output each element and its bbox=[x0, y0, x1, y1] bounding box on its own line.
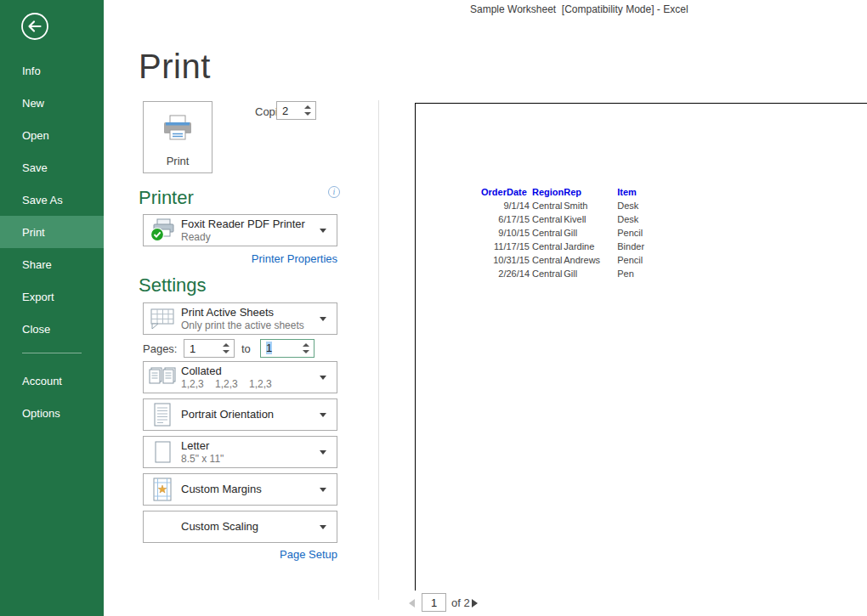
page-setup-link[interactable]: Page Setup bbox=[143, 548, 337, 561]
copies-spinner-arrows bbox=[304, 102, 313, 119]
paper-size-dropdown[interactable]: Letter 8.5" x 11" bbox=[143, 436, 337, 468]
pages-to-value[interactable]: 1 bbox=[266, 342, 272, 354]
settings-section-heading: Settings bbox=[139, 274, 207, 297]
orientation-label: Portrait Orientation bbox=[181, 408, 320, 421]
sidebar-item-options[interactable]: Options bbox=[0, 397, 104, 429]
sidebar-item-close[interactable]: Close bbox=[0, 313, 104, 345]
back-arrow-icon bbox=[20, 29, 49, 43]
printer-section-heading: Printer bbox=[139, 187, 194, 209]
collated-icon bbox=[144, 366, 181, 389]
pages-to-stepper[interactable]: 1 bbox=[260, 339, 314, 358]
sidebar-item-share[interactable]: Share bbox=[0, 248, 104, 280]
spin-up-icon[interactable] bbox=[223, 343, 230, 347]
sidebar-item-info[interactable]: Info bbox=[0, 54, 104, 87]
chevron-down-icon bbox=[320, 525, 337, 529]
table-row: 9/10/15CentralGillPencil bbox=[481, 226, 656, 240]
printer-properties-link[interactable]: Printer Properties bbox=[143, 252, 337, 265]
print-what-label: Print Active Sheets bbox=[181, 306, 320, 319]
back-button[interactable] bbox=[20, 12, 49, 41]
chevron-down-icon bbox=[320, 317, 337, 321]
sidebar-menu: Info New Open Save Save As Print Share E… bbox=[0, 54, 104, 429]
print-button-label: Print bbox=[144, 155, 212, 167]
window-title: Sample Worksheet [Compatibility Mode] - … bbox=[470, 3, 688, 15]
paper-size-text: Letter 8.5" x 11" bbox=[181, 439, 320, 465]
spin-down-icon[interactable] bbox=[304, 112, 311, 116]
chevron-down-icon bbox=[320, 376, 337, 380]
print-what-sublabel: Only print the active sheets bbox=[181, 319, 320, 331]
printer-name: Foxit Reader PDF Printer bbox=[181, 218, 320, 231]
pages-label: Pages: bbox=[143, 342, 177, 355]
printer-select[interactable]: Foxit Reader PDF Printer Ready bbox=[143, 214, 337, 246]
sidebar-item-export[interactable]: Export bbox=[0, 280, 104, 313]
sidebar-item-account[interactable]: Account bbox=[0, 365, 104, 397]
custom-margins-icon bbox=[144, 477, 181, 502]
paper-size-sublabel: 8.5" x 11" bbox=[181, 453, 320, 465]
preview-table-body: 9/1/14CentralSmithDesk6/17/15CentralKive… bbox=[481, 199, 656, 280]
sidebar-item-new[interactable]: New bbox=[0, 87, 104, 119]
table-row: 6/17/15CentralKivellDesk bbox=[481, 212, 656, 226]
margins-dropdown[interactable]: Custom Margins bbox=[143, 473, 337, 506]
column-header: Region bbox=[532, 185, 564, 199]
spin-down-icon[interactable] bbox=[303, 350, 309, 353]
print-what-dropdown[interactable]: Print Active Sheets Only print the activ… bbox=[143, 302, 337, 335]
collation-sublabel: 1,2,3 1,2,3 1,2,3 bbox=[181, 378, 320, 390]
print-preview-page: OrderDateRegionRepItem 9/1/14CentralSmit… bbox=[415, 103, 867, 591]
spin-down-icon[interactable] bbox=[223, 350, 230, 353]
page-title: Print bbox=[139, 48, 211, 86]
sidebar-item-open[interactable]: Open bbox=[0, 119, 104, 151]
chevron-down-icon bbox=[320, 413, 337, 417]
paper-size-label: Letter bbox=[181, 439, 320, 453]
orientation-text: Portrait Orientation bbox=[181, 408, 320, 421]
column-header: OrderDate bbox=[481, 185, 532, 199]
sidebar-item-save[interactable]: Save bbox=[0, 151, 104, 184]
spin-up-icon[interactable] bbox=[303, 343, 309, 347]
chevron-down-icon bbox=[320, 229, 337, 233]
pages-to-spinner-arrows bbox=[303, 340, 311, 357]
scaling-text: Custom Scaling bbox=[181, 520, 320, 534]
chevron-down-icon bbox=[320, 488, 337, 492]
printer-select-text: Foxit Reader PDF Printer Ready bbox=[181, 218, 320, 243]
sidebar-divider bbox=[22, 353, 82, 353]
pages-from-spinner-arrows bbox=[223, 340, 231, 357]
collation-label: Collated bbox=[181, 365, 320, 378]
next-page-icon[interactable] bbox=[472, 599, 478, 608]
page-number-box[interactable] bbox=[422, 593, 446, 612]
scaling-label: Custom Scaling bbox=[181, 520, 320, 534]
table-row: 9/1/14CentralSmithDesk bbox=[481, 199, 656, 212]
orientation-dropdown[interactable]: Portrait Orientation bbox=[143, 398, 337, 431]
pages-to-label: to bbox=[241, 342, 251, 355]
column-header: Item bbox=[617, 185, 656, 199]
print-button[interactable]: Print bbox=[143, 101, 212, 173]
margins-text: Custom Margins bbox=[181, 483, 320, 496]
preview-table: OrderDateRegionRepItem 9/1/14CentralSmit… bbox=[481, 185, 656, 280]
previous-page-icon[interactable] bbox=[409, 599, 415, 608]
chevron-down-icon bbox=[320, 450, 337, 455]
printer-status: Ready bbox=[181, 231, 320, 243]
margins-label: Custom Margins bbox=[181, 483, 320, 496]
print-what-text: Print Active Sheets Only print the activ… bbox=[181, 306, 320, 331]
sidebar-item-print[interactable]: Print bbox=[0, 216, 104, 248]
table-row: 10/31/15CentralAndrewsPencil bbox=[481, 253, 656, 267]
page-number-input[interactable] bbox=[422, 594, 445, 611]
table-row: 2/26/14CentralGillPen bbox=[481, 267, 656, 280]
sidebar-item-save-as[interactable]: Save As bbox=[0, 184, 104, 216]
copies-stepper[interactable] bbox=[276, 101, 316, 120]
column-header: Rep bbox=[564, 185, 617, 199]
printer-icon bbox=[144, 114, 212, 150]
scaling-dropdown[interactable]: Custom Scaling bbox=[143, 511, 337, 543]
collation-text: Collated 1,2,3 1,2,3 1,2,3 bbox=[181, 365, 320, 390]
active-sheets-icon bbox=[144, 308, 181, 331]
table-row: 11/17/15CentralJardineBinder bbox=[481, 240, 656, 253]
portrait-page-icon bbox=[144, 402, 181, 427]
letter-page-icon bbox=[144, 439, 181, 465]
info-icon[interactable]: i bbox=[328, 186, 340, 198]
page-count-label: of 2 bbox=[451, 596, 470, 609]
collation-dropdown[interactable]: Collated 1,2,3 1,2,3 1,2,3 bbox=[143, 361, 337, 393]
pages-from-stepper[interactable] bbox=[184, 339, 235, 358]
print-preview-viewport: OrderDateRegionRepItem 9/1/14CentralSmit… bbox=[379, 93, 867, 591]
printer-device-icon bbox=[144, 218, 181, 243]
preview-table-head-row: OrderDateRegionRepItem bbox=[481, 185, 656, 199]
backstage-sidebar: Info New Open Save Save As Print Share E… bbox=[0, 0, 104, 616]
spin-up-icon[interactable] bbox=[304, 105, 311, 109]
